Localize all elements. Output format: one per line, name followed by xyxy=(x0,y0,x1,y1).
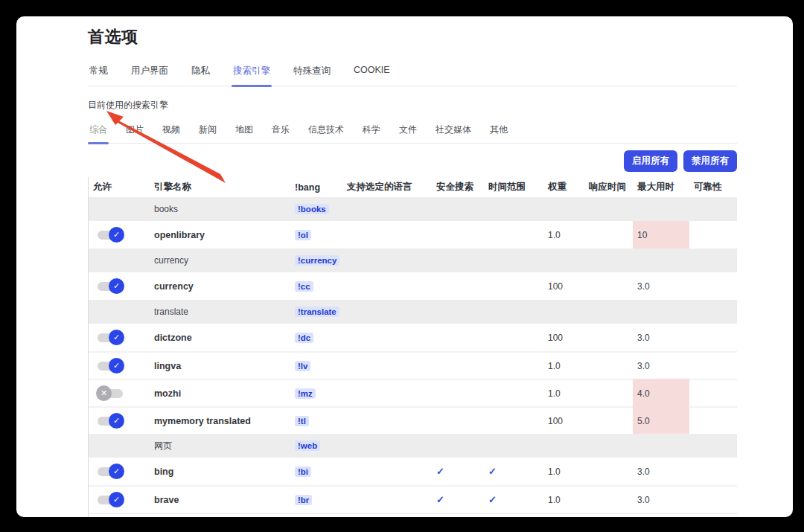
supports-language-cell xyxy=(342,221,432,249)
weight-cell: 1.0 xyxy=(543,221,584,249)
group-empty-cell xyxy=(633,197,689,221)
table-header-row: 允许引擎名称!bang支持选定的语言安全搜索时间范围权重响应时间最大用时可靠性 xyxy=(89,177,737,197)
group-empty-cell xyxy=(584,434,633,458)
safe-search-cell: ✓ xyxy=(432,458,484,485)
group-empty-cell xyxy=(543,197,584,221)
page-title: 首选项 xyxy=(88,16,737,48)
group-empty-cell xyxy=(484,197,543,221)
bang-badge: !translate xyxy=(295,307,339,317)
group-row: currency!currency xyxy=(89,249,737,272)
engine-bang-cell: !tl xyxy=(290,406,342,434)
engine-name: mymemory translated xyxy=(150,406,290,434)
toggle-check-icon: ✓ xyxy=(109,492,124,507)
engine-name: duckduckgo xyxy=(150,513,290,517)
response-time-cell xyxy=(584,379,633,406)
main-tabs: 常规用户界面隐私搜索引擎特殊查询COOKIE xyxy=(88,60,737,86)
category-tab-其他[interactable]: 其他 xyxy=(488,122,509,143)
time-range-cell: ✓ xyxy=(484,458,543,485)
weight-cell: 100 xyxy=(543,324,584,351)
weight-cell: 1.0 xyxy=(543,513,584,517)
safe-search-cell xyxy=(432,351,484,379)
safe-search-cell: ✓ xyxy=(432,485,484,513)
weight-cell: 1.0 xyxy=(543,351,584,379)
engine-toggle-on[interactable]: ✓ xyxy=(98,496,123,504)
engine-toggle-on[interactable]: ✓ xyxy=(98,231,123,240)
tab-常规[interactable]: 常规 xyxy=(88,60,109,86)
supports-language-cell xyxy=(342,406,432,434)
toggle-x-icon: ✕ xyxy=(96,385,112,401)
category-tab-图片[interactable]: 图片 xyxy=(124,122,145,143)
tab-用户界面[interactable]: 用户界面 xyxy=(130,60,170,86)
safe-search-cell xyxy=(432,379,484,406)
supports-language-cell xyxy=(342,458,432,485)
time-range-cell xyxy=(484,324,543,351)
category-tab-视频[interactable]: 视频 xyxy=(161,122,182,143)
tab-特殊查询[interactable]: 特殊查询 xyxy=(292,60,332,86)
tab-搜索引擎[interactable]: 搜索引擎 xyxy=(232,60,272,86)
group-empty-cell xyxy=(584,300,633,324)
reliability-cell xyxy=(689,406,737,434)
engine-row: ✓lingva!lv1.03.0 xyxy=(89,351,737,379)
bang-badge: !ol xyxy=(295,230,311,240)
reliability-cell xyxy=(689,324,737,351)
max-time-cell: 3.0 xyxy=(633,272,689,300)
category-tab-音乐[interactable]: 音乐 xyxy=(270,122,291,143)
engine-toggle-on[interactable]: ✓ xyxy=(98,417,123,426)
category-tab-信息技术[interactable]: 信息技术 xyxy=(307,122,345,143)
category-tab-科学[interactable]: 科学 xyxy=(361,122,382,143)
category-tab-综合[interactable]: 综合 xyxy=(88,122,109,143)
supports-language-cell xyxy=(342,324,432,351)
group-empty-cell xyxy=(432,434,484,458)
group-empty-cell xyxy=(633,300,689,324)
category-tab-地图[interactable]: 地图 xyxy=(234,122,255,143)
group-empty-cell xyxy=(689,249,737,272)
group-empty-cell xyxy=(484,434,543,458)
group-empty-cell xyxy=(584,197,633,221)
weight-cell: 100 xyxy=(543,406,584,434)
group-empty-cell xyxy=(342,300,432,324)
group-empty-cell xyxy=(342,249,432,272)
engine-bang-cell: !dc xyxy=(290,324,342,351)
tab-COOKIE[interactable]: COOKIE xyxy=(352,60,392,86)
engine-bang-cell: !bi xyxy=(290,458,342,485)
disable-all-button[interactable]: 禁用所有 xyxy=(683,150,737,172)
group-empty-cell xyxy=(689,197,737,221)
enable-all-button[interactable]: 启用所有 xyxy=(624,150,677,172)
supports-language-cell xyxy=(342,485,432,513)
engine-bang-cell: !ol xyxy=(290,221,342,249)
supports-language-cell xyxy=(342,513,432,517)
group-empty-cell xyxy=(342,197,432,221)
group-name: books xyxy=(150,197,290,221)
engine-name: mozhi xyxy=(150,379,290,406)
engine-name: currency xyxy=(150,272,290,300)
safe-search-cell xyxy=(432,406,484,434)
engine-toggle-off[interactable]: ✕ xyxy=(98,389,123,398)
column-header-4: 安全搜索 xyxy=(432,177,484,197)
response-time-cell xyxy=(584,272,633,300)
group-empty-cell xyxy=(484,300,543,324)
engine-toggle-on[interactable]: ✓ xyxy=(98,362,123,371)
category-tab-新闻[interactable]: 新闻 xyxy=(197,122,218,143)
toggle-check-icon: ✓ xyxy=(109,330,124,345)
engine-toggle-on[interactable]: ✓ xyxy=(98,282,123,291)
max-time-cell: 3.0 xyxy=(633,458,689,485)
safe-search-cell xyxy=(432,221,484,249)
engine-toggle-on[interactable]: ✓ xyxy=(98,333,123,342)
category-tab-社交媒体[interactable]: 社交媒体 xyxy=(434,122,473,143)
reliability-cell xyxy=(689,379,737,406)
tab-隐私[interactable]: 隐私 xyxy=(190,60,211,86)
supports-language-cell xyxy=(342,379,432,406)
group-row: translate!translate xyxy=(89,300,737,324)
category-tab-文件[interactable]: 文件 xyxy=(398,122,418,143)
group-empty-cell xyxy=(584,249,633,272)
time-range-cell xyxy=(484,351,543,379)
bang-badge: !web xyxy=(295,440,320,451)
engine-toggle-on[interactable]: ✓ xyxy=(98,467,123,476)
weight-cell: 1.0 xyxy=(543,485,584,513)
group-empty-cell xyxy=(543,249,584,272)
bulk-actions: 启用所有 禁用所有 xyxy=(88,150,737,172)
allow-cell: ✓ xyxy=(89,351,150,379)
engine-row: ✓mymemory translated!tl1005.0 xyxy=(89,406,737,434)
check-icon: ✓ xyxy=(488,494,497,505)
group-empty-cell xyxy=(633,434,689,458)
